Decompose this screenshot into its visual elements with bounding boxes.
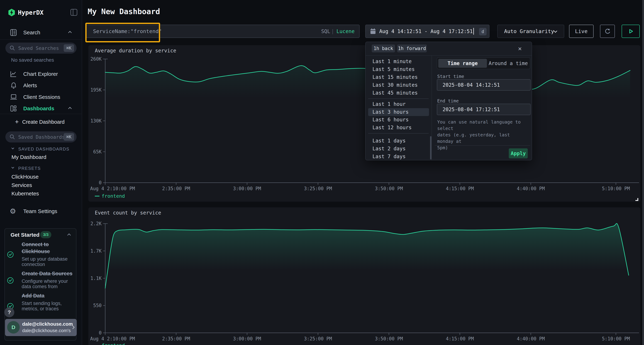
granularity-select[interactable]: Auto Granularity (497, 25, 564, 38)
event-count-chart[interactable]: 05501.1K1.7K2.2KAug 4 2:10:00 PM2:35:00 … (88, 207, 640, 345)
sidebar-item-kubernetes[interactable]: Kubernetes (12, 191, 39, 197)
panel-resize-handle[interactable] (636, 198, 638, 201)
plus-icon: + (15, 118, 18, 125)
svg-text:4:15:00 PM: 4:15:00 PM (446, 336, 474, 342)
sidebar-item-alerts[interactable]: Alerts (0, 80, 82, 91)
time-range-input[interactable]: Aug 4 14:12:51 - Aug 4 17:12:51 d (365, 25, 490, 38)
get-started-item[interactable]: Connect toClickHouseSet up your database… (22, 241, 74, 267)
live-label: Live (575, 28, 588, 34)
chevron-up-icon (68, 107, 72, 110)
sidebar-item-clickhouse[interactable]: ClickHouse (12, 174, 39, 180)
lucene-mode-toggle[interactable]: Lucene (336, 28, 354, 34)
sidebar: HyperDX Search Saved Searches ⌘K No save… (0, 0, 82, 345)
dashboard-filter-input[interactable]: ServiceName:"frontend" SQL | Lucene (86, 25, 360, 38)
quick-option-last-1-minute[interactable]: Last 1 minute (372, 58, 412, 64)
apply-button[interactable]: Apply (509, 148, 528, 158)
refresh-button[interactable] (600, 25, 615, 38)
shift-forward-button[interactable]: 1h forward (397, 44, 427, 52)
quick-option-last-5-minutes[interactable]: Last 5 minutes (372, 66, 415, 72)
svg-text:195K: 195K (90, 87, 102, 93)
quick-option-last-15-minutes[interactable]: Last 15 minutes (372, 74, 418, 80)
get-started-item-desc: Set up your database (22, 256, 74, 262)
start-time-input[interactable]: 2025-08-04 14:12:51 (437, 79, 530, 91)
sidebar-item-team-settings[interactable]: ⚙ Team Settings (0, 206, 82, 217)
svg-text:3:50:00 PM: 3:50:00 PM (375, 336, 403, 342)
sidebar-item-client-sessions[interactable]: Client Sessions (0, 91, 82, 103)
saved-searches-input[interactable]: Saved Searches ⌘K (5, 42, 76, 54)
hyperdx-logo-icon (8, 8, 16, 16)
chevron-down-icon (554, 29, 557, 33)
chart-legend[interactable]: frontend (95, 193, 125, 199)
saved-dashboards-input[interactable]: Saved Dashboards ⌘K (5, 131, 76, 142)
get-started-title: Get Started (10, 232, 40, 238)
end-time-input[interactable]: 2025-08-04 17:12:51 (437, 104, 530, 115)
chevron-down-icon (12, 166, 14, 169)
section-presets[interactable]: PRESETS (0, 165, 82, 172)
svg-text:130K: 130K (90, 118, 102, 123)
svg-text:2:35:00 PM: 2:35:00 PM (162, 336, 190, 342)
help-button[interactable]: ? (4, 307, 14, 317)
close-icon[interactable]: ✕ (518, 45, 522, 52)
avg-duration-chart[interactable]: 065K130K195K260KAug 4 2:10:00 PM2:35:00 … (88, 45, 640, 202)
shift-back-button[interactable]: 1h back (372, 44, 395, 52)
get-started-item[interactable]: Add DataStart sending logs,metrics, or t… (22, 292, 74, 311)
section-saved-dashboards[interactable]: SAVED DASHBOARDS (0, 146, 82, 152)
svg-text:0: 0 (99, 330, 102, 336)
quick-option-last-30-minutes[interactable]: Last 30 minutes (372, 82, 418, 88)
legend-label: frontend (102, 343, 125, 345)
quick-option-last-2-days[interactable]: Last 2 days (372, 146, 406, 152)
legend-label: frontend (102, 193, 125, 199)
user-menu[interactable]: D dale@clickhouse.com dale@clickhouse.co… (5, 319, 77, 336)
chart-legend[interactable]: frontend (95, 343, 125, 345)
sidebar-item-my-dashboard[interactable]: My Dashboard (12, 154, 46, 160)
sidebar-item-chart-explorer[interactable]: Chart Explorer (0, 68, 82, 80)
apply-label: Apply (511, 150, 526, 156)
quick-option-last-7-days[interactable]: Last 7 days (372, 154, 406, 159)
calendar-icon (370, 28, 376, 34)
live-button[interactable]: Live (569, 25, 594, 38)
user-org: dale@clickhouse.com's (22, 328, 71, 333)
granularity-value: Auto Granularity (504, 28, 554, 34)
sidebar-item-services[interactable]: Services (12, 182, 32, 188)
create-dashboard-label: Create Dashboard (22, 119, 64, 125)
tab-time-range[interactable]: Time range (438, 59, 487, 68)
get-started-item-title: ClickHouse (22, 248, 74, 255)
get-started-item[interactable]: Create Data SourcesConfigure where yourd… (22, 270, 74, 289)
divider (368, 98, 428, 99)
quick-option-last-6-hours[interactable]: Last 6 hours (372, 117, 408, 123)
time-range-value: Aug 4 14:12:51 - Aug 4 17:12:51 (379, 28, 473, 34)
quick-option-last-12-hours[interactable]: Last 12 hours (372, 125, 412, 130)
sidebar-collapse-icon[interactable] (70, 9, 77, 16)
sidebar-item-label: Dashboards (23, 105, 54, 111)
tab-label: Time range (448, 60, 478, 66)
saved-dashboards-placeholder: Saved Dashboards (18, 134, 65, 140)
play-button[interactable] (622, 25, 640, 38)
sidebar-item-dashboards[interactable]: Dashboards (0, 103, 82, 114)
check-circle-icon (7, 277, 14, 284)
quick-option-last-1-days[interactable]: Last 1 days (372, 138, 406, 144)
get-started-item-desc: connection (22, 262, 74, 267)
quick-option-last-1-hour[interactable]: Last 1 hour (372, 101, 406, 107)
svg-text:3:00:00 PM: 3:00:00 PM (233, 336, 261, 342)
quick-option-last-3-hours[interactable]: Last 3 hours (372, 109, 408, 115)
divider (368, 133, 428, 134)
app-title: HyperDX (18, 9, 44, 16)
tab-around-a-time[interactable]: Around a time (487, 59, 530, 68)
search-icon (10, 45, 15, 51)
sidebar-item-search[interactable]: Search (0, 27, 82, 38)
divider (435, 145, 530, 146)
page-scrollbar[interactable] (642, 0, 644, 345)
create-dashboard-button[interactable]: + Create Dashboard (0, 116, 82, 128)
dashboards-icon (10, 105, 17, 112)
svg-text:1.1K: 1.1K (90, 276, 102, 281)
sql-mode-toggle[interactable]: SQL (321, 28, 330, 34)
end-time-label: End time (437, 98, 459, 103)
saved-searches-placeholder: Saved Searches (18, 45, 59, 51)
chevron-up-icon[interactable] (67, 234, 71, 237)
page-title: My New Dashboard (88, 7, 160, 16)
quick-option-last-45-minutes[interactable]: Last 45 minutes (372, 90, 418, 96)
svg-text:4:40:00 PM: 4:40:00 PM (517, 336, 545, 342)
section-title: PRESETS (18, 166, 41, 171)
svg-text:65K: 65K (93, 149, 102, 154)
list-scrollbar[interactable] (430, 136, 432, 159)
